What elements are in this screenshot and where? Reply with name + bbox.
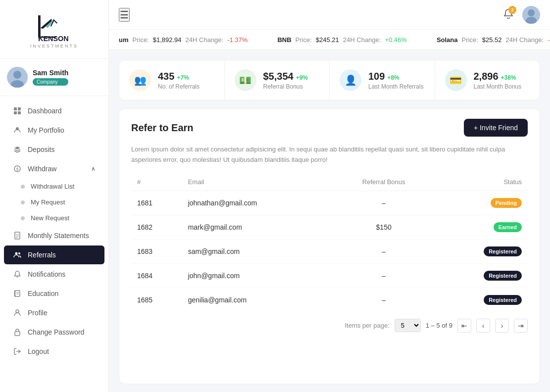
sidebar-label-portfolio: My Portfolio [28,126,96,134]
stat-value-last-referrals: 109 +8% [368,71,423,82]
stat-change-last-referrals: +8% [387,74,399,81]
row-bonus-1684: – [333,263,435,288]
stat-number-referrals: 435 [158,71,174,82]
table-row: 1684 john@gmail.com – Registered [131,263,528,288]
row-status-1683: Registered [435,239,528,263]
sidebar-item-deposits[interactable]: Deposits [4,140,104,159]
stat-info-last-referrals: 109 +8% Last Month Referrals [368,71,423,90]
stat-change-last-bonus: +38% [501,74,516,81]
sidebar-item-profile[interactable]: Profile [4,303,104,322]
row-bonus-1682: $150 [333,215,435,239]
table-header: # Email Referral Bonus Status [131,173,528,191]
hamburger-button[interactable]: ☰ [119,8,130,22]
stat-number-last-bonus: 2,896 [474,71,499,82]
lock-icon [13,328,22,337]
users-icon [13,250,22,259]
main-content: ☰ 2 um Price: $1,892.94 24H Change: -1.3… [109,0,550,392]
ticker-item-bnb: BNB Price: $245.21 24H Change: +0.46% [277,36,406,44]
svg-text:KENSON: KENSON [38,35,69,43]
svg-rect-11 [18,111,21,114]
ticker-price-label-sol: Price: [462,36,478,44]
items-per-page-label: Items per page: [345,322,389,329]
topbar-right: 2 [502,6,540,24]
user-area: Sam Smith Company [0,59,108,96]
row-bonus-1683: – [333,239,435,263]
sidebar-item-change-password[interactable]: Change Password [4,323,104,342]
ticker-price-label-bnb: Price: [296,36,312,44]
sidebar-item-logout[interactable]: Logout [4,342,104,361]
dollar-icon: $ [13,164,22,173]
row-email-1684: john@gmail.com [182,263,333,288]
stat-value-last-bonus: 2,896 +38% [474,71,522,82]
sidebar-item-monthly-statements[interactable]: Monthly Statements [4,226,104,245]
sidebar-item-new-request[interactable]: New Request [12,210,104,226]
logo-tagline: INVESTMENTS [30,44,78,49]
row-email-1681: johnathan@gmail.com [182,191,333,215]
sidebar-item-referrals[interactable]: Referrals [4,245,104,264]
stats-row: 👥 435 +7% No. of Referrals 💵 $5,354 +9% … [119,60,540,100]
referrals-icon: 👥 [129,69,151,91]
sidebar-label-referrals: Referrals [28,251,96,259]
last-bonus-icon: 💳 [445,69,467,91]
table-row: 1681 johnathan@gmail.com – Pending [131,191,528,215]
invite-friend-button[interactable]: + Invite Friend [464,119,528,137]
row-status-1685: Registered [435,288,528,312]
sidebar-item-education[interactable]: Education [4,284,104,303]
stat-card-last-referrals: 👤 109 +8% Last Month Referrals [330,60,435,100]
page-prev-button[interactable]: ‹ [476,319,490,333]
ticker-change-eth: -1.37% [227,36,248,44]
chevron-down-icon: ∧ [91,165,96,172]
notification-button[interactable]: 2 [502,8,514,22]
row-status-1682: Earned [435,215,528,239]
pagination: Items per page: 5 10 25 1 – 5 of 9 ⇤ ‹ ›… [119,312,540,340]
dot-icon [21,200,25,204]
grid-icon [13,106,22,115]
sidebar-label-withdrawal-list: Withdrawal List [31,183,96,190]
ticker-price-bnb: $245.21 [316,36,339,44]
stat-card-last-bonus: 💳 2,896 +38% Last Month Bonus [435,60,540,100]
referrals-table-wrap: # Email Referral Bonus Status 1681 johna… [119,173,540,312]
logo-box: KENSON INVESTMENTS [30,10,78,49]
sidebar-item-notifications[interactable]: Notifications [4,265,104,284]
page-next-button[interactable]: › [495,319,509,333]
ticker-bar: um Price: $1,892.94 24H Change: -1.37% B… [109,30,550,50]
sidebar-label-new-request: New Request [31,214,96,222]
layers-icon [13,145,22,154]
row-bonus-1681: – [333,191,435,215]
stat-number-bonus: $5,354 [263,71,294,82]
page-first-button[interactable]: ⇤ [457,319,471,333]
svg-rect-9 [18,107,21,110]
stat-change-referrals: +7% [177,74,189,81]
svg-text:$: $ [16,167,19,172]
topbar: ☰ 2 [109,0,550,30]
nav-sub-withdraw: Withdrawal List My Request New Request [0,179,108,226]
dot-icon [21,216,25,220]
svg-point-19 [15,252,18,255]
bonus-icon: 💵 [235,69,256,91]
items-per-page-select[interactable]: 5 10 25 [395,319,421,332]
sidebar-item-dashboard[interactable]: Dashboard [4,101,104,120]
status-badge-registered: Registered [484,271,522,281]
svg-point-20 [18,252,20,254]
table-row: 1685 genilia@gmail.com – Registered [131,288,528,312]
sidebar-item-withdraw[interactable]: $ Withdraw ∧ [4,159,104,178]
ticker-price-sol: $25.52 [482,36,502,44]
sidebar-item-my-request[interactable]: My Request [12,195,104,210]
sidebar-label-withdraw: Withdraw [28,165,85,173]
svg-rect-25 [15,332,20,336]
topbar-avatar[interactable] [522,6,540,24]
svg-point-24 [16,310,19,313]
page-title: Refer to Earn [131,122,194,134]
file-icon [13,231,22,240]
svg-rect-10 [14,111,17,114]
ticker-change-sol: -5.44% [548,36,550,44]
ticker-change-label-bnb: 24H Change: [343,36,381,44]
sidebar-item-portfolio[interactable]: My Portfolio [4,121,104,140]
page-last-button[interactable]: ⇥ [514,319,528,333]
ticker-name-sol: Solana [437,36,458,44]
ticker-price-label-eth: Price: [133,36,149,44]
sidebar-label-notifications: Notifications [28,270,96,278]
sidebar-item-withdrawal-list[interactable]: Withdrawal List [12,179,104,194]
page-range-info: 1 – 5 of 9 [426,322,452,329]
ticker-name-eth: um [119,36,129,44]
